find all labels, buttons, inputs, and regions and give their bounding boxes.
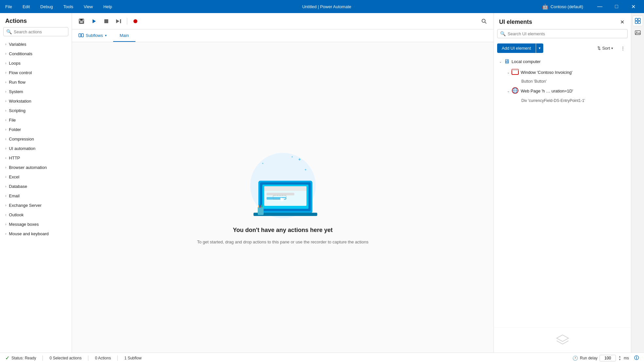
- add-ui-dropdown-button[interactable]: ▾: [536, 43, 543, 53]
- menu-help[interactable]: Help: [101, 3, 114, 10]
- svg-text:☛: ☛: [280, 195, 286, 204]
- svg-rect-44: [638, 21, 640, 24]
- next-button[interactable]: [113, 16, 124, 27]
- action-item-workstation[interactable]: › Workstation: [0, 96, 72, 106]
- empty-title: You don't have any actions here yet: [233, 227, 333, 234]
- action-item-run-flow[interactable]: › Run flow: [0, 77, 72, 87]
- close-panel-button[interactable]: ✕: [619, 18, 626, 26]
- action-item-variables[interactable]: › Variables: [0, 40, 72, 49]
- stop-button[interactable]: [101, 16, 112, 27]
- chevron-icon: ›: [5, 128, 6, 131]
- action-item-browser-automation[interactable]: › Browser automation: [0, 163, 72, 172]
- chevron-icon: ›: [5, 223, 6, 226]
- spinner-down-button[interactable]: ▼: [618, 358, 622, 361]
- statusbar: ✓ Status: Ready 0 Selected actions 0 Act…: [0, 353, 644, 363]
- chevron-icon: ›: [5, 61, 6, 65]
- sort-label: Sort: [602, 46, 610, 51]
- action-item-folder[interactable]: › Folder: [0, 125, 72, 134]
- record-button[interactable]: [130, 16, 141, 27]
- tree-button-node[interactable]: Button 'Button': [503, 78, 631, 85]
- tree-div-node[interactable]: Div 'currencyField-DS-EntryPoint1-1': [503, 97, 631, 104]
- action-item-email[interactable]: › Email: [0, 191, 72, 201]
- tabs-bar: Subflows ▾ Main: [72, 29, 494, 42]
- action-item-loops[interactable]: › Loops: [0, 58, 72, 68]
- svg-text:✦: ✦: [291, 156, 293, 158]
- tree-webpage-node[interactable]: ⌄ Web Page 'h … uration=1D': [503, 85, 631, 97]
- window-label: Window 'Contoso Invoicing': [521, 70, 572, 75]
- run-delay-spinner: ▲ ▼: [618, 355, 622, 361]
- svg-line-9: [485, 22, 487, 24]
- monitor-icon: 🖥: [504, 58, 510, 65]
- action-label: Message boxes: [9, 222, 39, 227]
- info-icon[interactable]: ⓘ: [634, 355, 639, 361]
- ui-elements-search-container: 🔍: [494, 29, 631, 41]
- action-item-file[interactable]: › File: [0, 115, 72, 125]
- sidebar-ui-elements-icon[interactable]: [633, 16, 643, 26]
- canvas-search-button[interactable]: [479, 16, 490, 27]
- status-ready: ✓ Status: Ready: [5, 355, 36, 361]
- user-account[interactable]: 🤖 Contoso (default): [539, 2, 586, 11]
- run-delay-input[interactable]: [600, 355, 616, 361]
- button-label: Button 'Button': [521, 79, 547, 84]
- tree-local-computer[interactable]: ⌄ 🖥 Local computer: [494, 56, 631, 67]
- actions-search-box[interactable]: 🔍: [3, 27, 68, 36]
- sort-button[interactable]: ⇅ Sort ▾: [595, 44, 616, 53]
- close-button[interactable]: ✕: [626, 0, 641, 13]
- canvas-area: ✦ ✦ ✦ ✦ ✦: [72, 42, 494, 353]
- ui-elements-search-box[interactable]: 🔍: [497, 29, 628, 38]
- search-icon: 🔍: [500, 31, 506, 36]
- add-ui-element-button[interactable]: Add UI element: [497, 43, 536, 53]
- sort-icon: ⇅: [597, 46, 601, 51]
- action-item-ui-automation[interactable]: › UI automation: [0, 144, 72, 153]
- action-label: Run flow: [9, 80, 26, 85]
- chevron-icon: ›: [5, 71, 6, 74]
- save-button[interactable]: [76, 16, 87, 27]
- empty-state: ✦ ✦ ✦ ✦ ✦: [197, 150, 369, 245]
- action-item-flow-control[interactable]: › Flow control: [0, 68, 72, 77]
- minimize-button[interactable]: —: [592, 0, 607, 13]
- action-item-outlook[interactable]: › Outlook: [0, 210, 72, 220]
- user-icon: 🤖: [542, 4, 548, 10]
- ui-elements-search-input[interactable]: [508, 31, 625, 36]
- action-item-scripting[interactable]: › Scripting: [0, 106, 72, 115]
- tab-subflows[interactable]: Subflows ▾: [72, 29, 113, 42]
- action-item-http[interactable]: › HTTP: [0, 153, 72, 163]
- action-label: System: [9, 89, 23, 94]
- tab-main[interactable]: Main: [113, 29, 135, 42]
- run-button[interactable]: [88, 16, 99, 27]
- action-item-exchange-server[interactable]: › Exchange Server: [0, 201, 72, 210]
- tree-window-node[interactable]: ⌄ Window 'Contoso Invoicing': [503, 67, 631, 78]
- action-item-excel[interactable]: › Excel: [0, 172, 72, 182]
- svg-rect-43: [635, 21, 637, 24]
- tree-window-section: ⌄ Window 'Contoso Invoicing' Button 'But…: [494, 67, 631, 85]
- status-divider-2: [88, 355, 88, 361]
- sidebar-image-icon[interactable]: [633, 27, 643, 38]
- chevron-down-icon: ⌄: [507, 71, 510, 74]
- action-item-system[interactable]: › System: [0, 87, 72, 96]
- search-input[interactable]: [14, 29, 65, 34]
- chevron-icon: ›: [5, 147, 6, 150]
- add-ui-element-group: Add UI element ▾: [497, 43, 543, 53]
- menu-edit[interactable]: Edit: [21, 3, 32, 10]
- chevron-icon: ›: [5, 204, 6, 207]
- menu-view[interactable]: View: [82, 3, 95, 10]
- menu-debug[interactable]: Debug: [38, 3, 55, 10]
- action-label: Outlook: [9, 212, 24, 217]
- action-label: Workstation: [9, 99, 31, 104]
- action-item-message-boxes[interactable]: › Message boxes: [0, 220, 72, 229]
- action-item-mouse-keyboard[interactable]: › Mouse and keyboard: [0, 229, 72, 239]
- spinner-up-button[interactable]: ▲: [618, 355, 622, 358]
- menu-tools[interactable]: Tools: [61, 3, 75, 10]
- action-item-compression[interactable]: › Compression: [0, 134, 72, 144]
- action-item-conditionals[interactable]: › Conditionals: [0, 49, 72, 58]
- menu-file[interactable]: File: [3, 3, 14, 10]
- svg-rect-11: [81, 34, 83, 37]
- tree-webpage-section: ⌄ Web Page 'h … uration=1D' Div 'curren: [494, 85, 631, 104]
- ms-label: ms: [624, 356, 629, 360]
- more-options-button[interactable]: ⋮: [618, 44, 628, 53]
- maximize-button[interactable]: □: [609, 0, 624, 13]
- svg-rect-24: [267, 193, 294, 195]
- action-item-database[interactable]: › Database: [0, 182, 72, 191]
- web-icon: [512, 87, 519, 95]
- actions-count: 0 Actions: [95, 356, 111, 360]
